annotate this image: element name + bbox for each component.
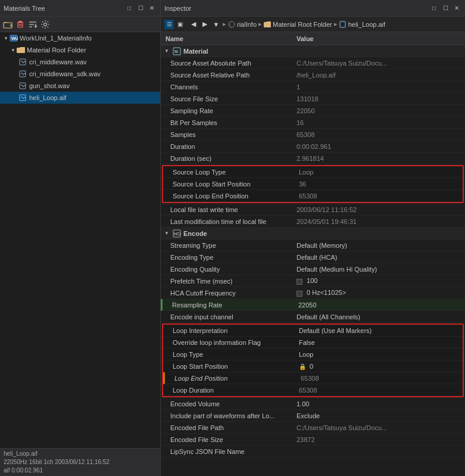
prop-name-samples: Samples <box>161 131 292 138</box>
prop-value-encoded-volume: 1.00 <box>292 400 465 407</box>
list-view-btn[interactable]: ☰ <box>164 20 174 29</box>
prop-samples[interactable]: Samples 65308 <box>161 129 465 141</box>
prop-encoding-type[interactable]: Encoding Type Default (HCA) <box>161 251 465 263</box>
tree-item-gun-shot[interactable]: gun_shot.wav <box>0 80 160 92</box>
prop-name-source-file-size: Source File Size <box>161 95 292 102</box>
back-btn[interactable]: ◀ <box>189 20 198 29</box>
settings-button[interactable] <box>40 19 51 30</box>
prop-channels[interactable]: Channels 1 <box>161 81 465 93</box>
prop-value-source-asset-abs: C:/Users/Tatsuya Suizu/Docu... <box>292 60 465 67</box>
prop-resampling-rate[interactable]: Resampling Rate 22050 <box>161 299 465 311</box>
inspector-window-icon1[interactable]: □ <box>429 4 439 13</box>
prop-name-prefetch-time: Prefetch Time (msec) <box>161 278 292 285</box>
prop-prefetch-time[interactable]: Prefetch Time (msec) 100 <box>161 275 465 287</box>
tree-item-cri-sdk[interactable]: cri_middleware_sdk.wav <box>0 68 160 80</box>
prop-value-encoding-type: Default (HCA) <box>292 254 465 261</box>
prop-duration[interactable]: Duration 0:00:02.961 <box>161 141 465 153</box>
prop-loop-type[interactable]: Loop Type Loop <box>163 349 463 360</box>
prop-name-lipsync-json: LipSync JSON File Name <box>161 448 292 455</box>
tree-item-workunit[interactable]: ▼ WU WorkUnit_1_MaterialInfo <box>0 32 160 44</box>
workunit-expand-arrow[interactable]: ▼ <box>2 35 10 42</box>
encode-section-header[interactable]: ▼ HCA Encode <box>161 228 465 239</box>
prop-loop-duration[interactable]: Loop Duration 65308 <box>163 384 463 396</box>
rootfolder-label: Material Root Folder <box>27 46 86 54</box>
tree-item-cri-middleware[interactable]: cri_middleware.wav <box>0 56 160 68</box>
prop-source-file-size[interactable]: Source File Size 131018 <box>161 93 465 105</box>
prop-encode-input-channel[interactable]: Encode input channel Default (All Channe… <box>161 311 465 323</box>
delete-button[interactable] <box>15 19 26 30</box>
prop-override-loop[interactable]: Override loop information Flag False <box>163 337 463 349</box>
svg-text:M: M <box>174 49 178 54</box>
breadcrumb-sep1: ▸ <box>223 20 226 28</box>
inspector-header-icons: □ ☐ ✕ <box>429 4 461 13</box>
dropdown-btn[interactable]: ▼ <box>211 20 221 29</box>
prop-value-loop-duration: 65308 <box>294 387 463 394</box>
prop-loop-end-position[interactable]: Loop End Position 65308 <box>163 372 463 384</box>
sort-button[interactable] <box>27 19 38 30</box>
prop-value-override-loop: False <box>294 339 463 346</box>
material-expand-arrow[interactable]: ▼ <box>163 48 170 55</box>
prop-name-encoding-type: Encoding Type <box>161 254 292 261</box>
prop-hca-cutoff[interactable]: HCA Cutoff Frequency 0 Hz<11025> <box>161 287 465 299</box>
cri-middleware-icon <box>19 58 27 66</box>
rootfolder-icon <box>17 46 25 54</box>
prop-bit-per-samples[interactable]: Bit Per Samples 16 <box>161 117 465 129</box>
new-folder-button[interactable]: + <box>2 19 13 30</box>
breadcrumb-materialinfo[interactable]: i rialInfo <box>228 21 257 28</box>
breadcrumb-rootfolder[interactable]: Material Root Folder <box>264 21 332 28</box>
svg-rect-22 <box>340 21 345 27</box>
status-line3: aif 0:00:02.961 <box>4 466 157 475</box>
prop-duration-sec[interactable]: Duration (sec) 2.961814 <box>161 153 465 164</box>
prop-source-asset-abs[interactable]: Source Asset Absolute Path C:/Users/Tats… <box>161 57 465 69</box>
inspector-close-icon[interactable]: ✕ <box>452 4 461 13</box>
prop-loop-start-position[interactable]: Loop Start Position 🔒 0 <box>163 360 463 372</box>
prop-encoded-file-size[interactable]: Encoded File Size 23872 <box>161 434 465 446</box>
prop-name-resampling-rate: Resampling Rate <box>163 301 294 309</box>
red-outline-group-1: Source Loop Type Loop Source Loop Start … <box>162 165 464 203</box>
grid-view-btn[interactable]: ▣ <box>175 20 185 29</box>
rootfolder-expand-arrow[interactable]: ▼ <box>10 46 17 54</box>
hca-checkbox[interactable] <box>297 291 302 297</box>
prop-name-duration: Duration <box>161 143 292 150</box>
prop-encoded-volume[interactable]: Encoded Volume 1.00 <box>161 398 465 410</box>
breadcrumb-sep3: ▸ <box>334 20 338 28</box>
prop-name-last-modification: Last modification time of local file <box>161 218 292 225</box>
window-icon-2[interactable]: ☐ <box>136 4 145 13</box>
prop-encoded-file-path[interactable]: Encoded File Path C:/Users/Tatsuya Suizu… <box>161 422 465 434</box>
prop-source-loop-start[interactable]: Source Loop Start Position 36 <box>163 178 463 190</box>
material-section-header[interactable]: ▼ M Material <box>161 45 465 57</box>
prop-last-modification[interactable]: Last modification time of local file 202… <box>161 216 465 228</box>
inspector-panel: Inspector □ ☐ ✕ ☰ ▣ ◀ ▶ ▼ ▸ i rialInfo ▸… <box>161 0 465 476</box>
prop-value-resampling-rate: 22050 <box>294 301 465 309</box>
prop-streaming-type[interactable]: Streaming Type Default (Memory) <box>161 239 465 251</box>
heli-loop-icon <box>19 94 27 102</box>
prop-local-file-write[interactable]: Local file last write time 2003/06/12 11… <box>161 204 465 216</box>
forward-btn[interactable]: ▶ <box>200 20 210 29</box>
svg-rect-3 <box>18 21 22 22</box>
prop-encoding-quality[interactable]: Encoding Quality Default (Medium Hi Qual… <box>161 263 465 275</box>
tree-item-heli-loop[interactable]: heli_Loop.aif <box>0 92 160 104</box>
close-icon[interactable]: ✕ <box>147 4 157 13</box>
prop-value-hca-cutoff: 0 Hz<11025> <box>292 289 465 296</box>
properties-scroll: Name Value ▼ M Material Source Asset Abs… <box>161 32 465 476</box>
prop-source-loop-end[interactable]: Source Loop End Position 65308 <box>163 190 463 202</box>
prop-lipsync-json[interactable]: LipSync JSON File Name <box>161 446 465 458</box>
inspector-window-icon2[interactable]: ☐ <box>441 4 450 13</box>
prop-sampling-rate[interactable]: Sampling Rate 22050 <box>161 105 465 117</box>
left-panel-title: Materials Tree <box>4 5 45 12</box>
left-panel-header: Materials Tree □ ☐ ✕ <box>0 0 160 17</box>
tree-area: ▼ WU WorkUnit_1_MaterialInfo ▼ Material … <box>0 32 160 448</box>
window-icon-1[interactable]: □ <box>124 4 134 13</box>
breadcrumb-heliloop[interactable]: heli_Loop.aif <box>339 21 385 28</box>
workunit-label: WorkUnit_1_MaterialInfo <box>20 35 92 42</box>
prefetch-checkbox[interactable] <box>297 279 302 285</box>
encode-expand-arrow[interactable]: ▼ <box>163 230 170 237</box>
tree-item-rootfolder[interactable]: ▼ Material Root Folder <box>0 44 160 56</box>
prop-value-duration-sec: 2.961814 <box>292 155 465 162</box>
prop-value-loop-type: Loop <box>294 351 463 358</box>
prop-source-loop-type[interactable]: Source Loop Type Loop <box>163 166 463 178</box>
prop-include-waveforms[interactable]: Include part of waveforms after Lo... Ex… <box>161 410 465 422</box>
prop-loop-interpretation[interactable]: Loop Interpretation Default (Use All Mar… <box>163 325 463 337</box>
prop-source-asset-rel[interactable]: Source Asset Relative Path /heli_Loop.ai… <box>161 69 465 81</box>
prop-value-samples: 65308 <box>292 131 465 138</box>
